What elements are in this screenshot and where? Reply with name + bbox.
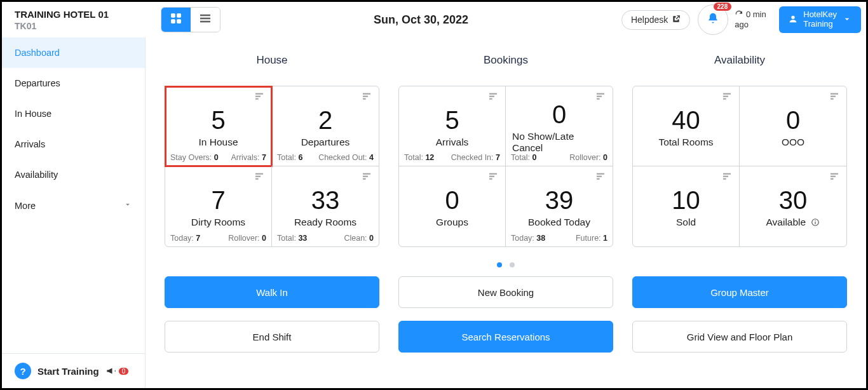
- in-house-label: In House: [198, 137, 238, 148]
- svg-rect-18: [363, 176, 368, 177]
- dot-2[interactable]: [510, 262, 515, 267]
- svg-rect-1: [177, 14, 181, 18]
- sort-icon: [254, 171, 265, 184]
- user-icon: [788, 14, 798, 26]
- dot-1[interactable]: [497, 262, 502, 267]
- search-reservations-button[interactable]: Search Reservations: [398, 321, 613, 353]
- noshow-value: 0: [552, 102, 566, 127]
- walk-in-button[interactable]: Walk In: [165, 276, 379, 308]
- noshow-label: No Show/Late Cancel: [512, 131, 606, 154]
- card-dirty-rooms[interactable]: 7 Dirty Rooms Today: 7Rollover: 0: [165, 166, 272, 246]
- profile-line2: Training: [803, 19, 832, 29]
- col-house: House 5 In House Stay Overs: 0Arrivals: …: [165, 54, 379, 247]
- total-rooms-value: 40: [672, 107, 700, 133]
- svg-rect-3: [177, 20, 181, 24]
- card-ooo[interactable]: 0 OOO: [740, 86, 846, 166]
- dirty-label: Dirty Rooms: [191, 217, 245, 228]
- booked-label: Booked Today: [528, 217, 590, 228]
- ooo-label: OOO: [782, 137, 804, 148]
- card-groups[interactable]: 0 Groups: [399, 166, 506, 246]
- svg-rect-10: [255, 98, 259, 100]
- groups-label: Groups: [436, 217, 468, 228]
- profile-line1: HotelKey: [803, 10, 837, 19]
- help-icon: ?: [15, 363, 31, 379]
- bell-icon: [707, 12, 719, 27]
- sync-status: 0 min ago: [735, 10, 773, 29]
- svg-rect-6: [201, 21, 210, 22]
- booked-value: 39: [545, 187, 574, 213]
- svg-rect-38: [723, 173, 731, 175]
- card-ready-rooms[interactable]: 33 Ready Rooms Total: 33Clean: 0: [272, 166, 379, 246]
- svg-rect-39: [723, 176, 728, 177]
- arrivals-value: 5: [445, 107, 459, 133]
- sidebar: Dashboard Departures In House Arrivals A…: [2, 37, 146, 388]
- sold-label: Sold: [676, 217, 696, 228]
- start-training-label: Start Training: [37, 366, 99, 377]
- groups-value: 0: [445, 187, 459, 213]
- sort-icon: [595, 91, 606, 104]
- svg-rect-16: [255, 178, 259, 180]
- col-bookings-title: Bookings: [398, 54, 613, 67]
- group-master-button[interactable]: Group Master: [632, 276, 847, 308]
- helpdesk-label: Helpdesk: [631, 15, 668, 25]
- sort-icon: [595, 171, 606, 184]
- svg-rect-34: [723, 98, 726, 100]
- in-house-value: 5: [211, 107, 225, 133]
- svg-rect-2: [172, 20, 175, 24]
- departures-value: 2: [318, 107, 332, 133]
- sidebar-item-dashboard[interactable]: Dashboard: [2, 37, 145, 68]
- arrivals-label: Arrivals: [436, 137, 469, 148]
- ready-value: 33: [311, 187, 340, 213]
- refresh-icon: [735, 10, 746, 19]
- svg-rect-40: [723, 178, 726, 180]
- card-departures[interactable]: 2 Departures Total: 6Checked Out: 4: [272, 86, 379, 166]
- svg-rect-22: [489, 98, 492, 100]
- sidebar-item-arrivals[interactable]: Arrivals: [2, 129, 145, 159]
- hotel-block: TRAINING HOTEL 01 TK01: [2, 9, 154, 31]
- svg-rect-12: [363, 96, 368, 97]
- new-booking-button[interactable]: New Booking: [398, 276, 613, 308]
- profile-button[interactable]: HotelKey Training: [779, 6, 861, 33]
- sidebar-item-more[interactable]: More: [2, 190, 145, 221]
- svg-rect-19: [363, 178, 366, 180]
- svg-rect-42: [831, 176, 836, 177]
- card-total-rooms[interactable]: 40 Total Rooms: [633, 86, 740, 166]
- info-icon: [811, 218, 820, 227]
- sidebar-item-availability[interactable]: Availability: [2, 159, 145, 190]
- sidebar-item-inhouse[interactable]: In House: [2, 98, 145, 129]
- sidebar-item-departures[interactable]: Departures: [2, 68, 145, 98]
- card-booked-today[interactable]: 39 Booked Today Today: 38Future: 1: [506, 166, 613, 246]
- header: TRAINING HOTEL 01 TK01 Sun, Oct 30, 2022…: [2, 2, 866, 37]
- card-noshow[interactable]: 0 No Show/Late Cancel Total: 0Rollover: …: [506, 86, 613, 166]
- svg-rect-14: [255, 173, 263, 175]
- grid-view-toggle[interactable]: [161, 8, 191, 32]
- card-arrivals[interactable]: 5 Arrivals Total: 12Checked In: 7: [399, 86, 506, 166]
- svg-rect-23: [597, 93, 604, 95]
- svg-rect-37: [831, 98, 834, 100]
- svg-rect-20: [489, 93, 497, 95]
- training-badge: 0: [118, 367, 130, 375]
- sort-icon: [361, 171, 372, 184]
- svg-rect-24: [597, 96, 602, 97]
- card-available[interactable]: 30 Available: [740, 166, 846, 246]
- svg-rect-35: [831, 93, 838, 95]
- svg-rect-45: [815, 222, 816, 224]
- list-view-toggle[interactable]: [191, 8, 220, 32]
- total-rooms-label: Total Rooms: [658, 137, 713, 148]
- svg-rect-29: [597, 173, 604, 175]
- notifications-badge: 228: [714, 3, 732, 11]
- svg-rect-5: [201, 18, 210, 19]
- notifications-button[interactable]: 228: [698, 4, 728, 35]
- svg-rect-32: [723, 93, 731, 95]
- svg-rect-43: [831, 178, 834, 180]
- hotel-name: TRAINING HOTEL 01: [15, 9, 154, 20]
- svg-rect-0: [172, 14, 175, 18]
- end-shift-button[interactable]: End Shift: [165, 321, 379, 353]
- svg-rect-17: [363, 173, 370, 175]
- card-sold[interactable]: 10 Sold: [633, 166, 740, 246]
- card-in-house[interactable]: 5 In House Stay Overs: 0Arrivals: 7: [165, 86, 272, 166]
- helpdesk-button[interactable]: Helpdesk: [621, 10, 690, 30]
- grid-floorplan-button[interactable]: Grid View and Floor Plan: [632, 321, 847, 353]
- svg-rect-15: [255, 176, 261, 177]
- start-training-bar[interactable]: ? Start Training 0: [2, 353, 145, 388]
